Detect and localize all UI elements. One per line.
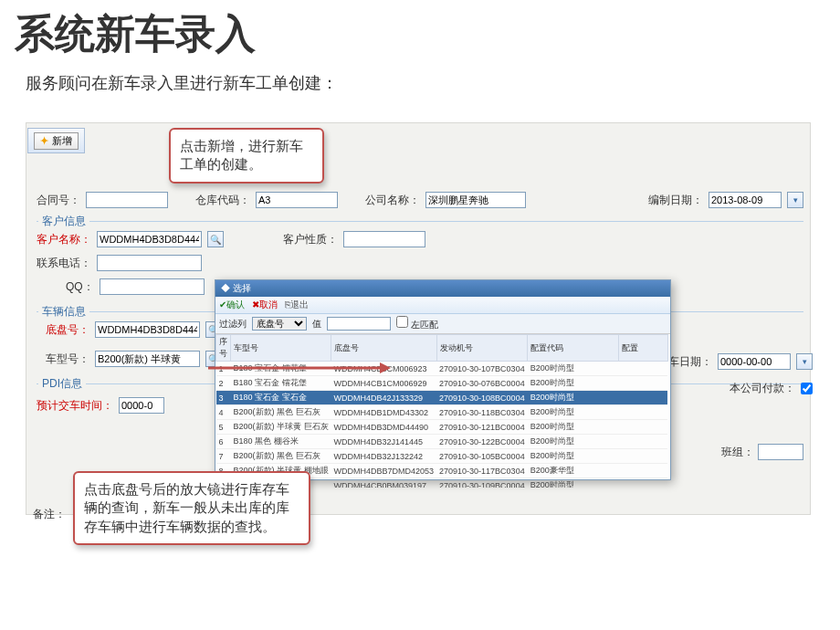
grid-row[interactable]: 2B180 宝石金 镭花堡WDDMH4CB1CM006929270910-30-…: [216, 376, 671, 391]
filter-column-select[interactable]: 底盘号: [252, 317, 307, 331]
remark-field: 备注：: [33, 507, 66, 522]
grid-row[interactable]: 5B200(新款) 半球黄 巨石灰WDDMH4DB3DMD44490270910…: [216, 420, 671, 435]
dialog-filter-bar: 过滤列 底盘号 值 左匹配: [215, 314, 670, 334]
grid-header-cell[interactable]: 配置: [618, 335, 667, 362]
grid-row[interactable]: 4B200(新款) 黑色 巨石灰WDDMH4DB1DMD43302270910-…: [216, 405, 671, 420]
model-label: 车型号：: [46, 352, 89, 367]
right-fields: 购车日期： ▾ 本公司付款：: [657, 353, 813, 407]
cust-nature-input[interactable]: [343, 231, 425, 247]
section-customer-title: 客户信息: [38, 214, 89, 229]
contract-label: 合同号：: [37, 193, 80, 208]
cust-nature-label: 客户性质：: [283, 232, 338, 247]
filter-value-label: 值: [312, 318, 321, 331]
warehouse-label: 仓库代码：: [195, 193, 250, 208]
select-dialog: ◆ 选择 ✔确认 ✖取消 ⎘退出 过滤列 底盘号 值 左匹配 序号车型号底盘号发…: [215, 279, 671, 480]
grid-header-cell[interactable]: 序号: [216, 335, 231, 362]
grid-row[interactable]: 3B180 宝石金 宝石金WDDMH4DB42J133329270910-30-…: [216, 391, 671, 405]
grid-header-cell[interactable]: 配置代码: [528, 335, 619, 362]
callout-bottom: 点击底盘号后的放大镜进行库存车辆的查询，新车一般从未出库的库存车辆中进行车辆数据…: [73, 471, 310, 545]
cust-name-label: 客户名称：: [37, 232, 91, 247]
banzu-input[interactable]: [758, 444, 803, 460]
dialog-exit-button[interactable]: ⎘退出: [285, 299, 309, 311]
remark-label: 备注：: [33, 507, 66, 522]
section-vehicle-title: 车辆信息: [38, 304, 89, 320]
section-pdi-title: PDI信息: [38, 376, 86, 392]
create-date-picker[interactable]: ▾: [787, 192, 803, 208]
cust-phone-label: 联系电话：: [37, 256, 91, 271]
cust-name-lookup[interactable]: 🔍: [207, 231, 224, 247]
toolbar-fragment: ✦ 新增: [27, 128, 85, 153]
cust-qq-label: QQ：: [66, 279, 94, 295]
grid-header-cell[interactable]: 车型号: [231, 335, 331, 362]
expect-input[interactable]: [119, 397, 164, 414]
contract-input[interactable]: [86, 192, 168, 208]
buy-date-input[interactable]: [718, 353, 791, 370]
dialog-grid[interactable]: 序号车型号底盘号发动机号配置代码配置 1B180 宝石金 镭花堡WDDMH4CB…: [215, 334, 670, 488]
left-match-checkbox[interactable]: [396, 316, 408, 328]
dialog-toolbar: ✔确认 ✖取消 ⎘退出: [215, 297, 670, 314]
warehouse-input[interactable]: [256, 192, 338, 208]
company-input[interactable]: [425, 192, 526, 208]
vin-label: 底盘号：: [46, 322, 89, 338]
company-label: 公司名称：: [365, 193, 420, 208]
grid-header-cell[interactable]: 发动机号: [436, 335, 528, 362]
cust-phone-input[interactable]: [97, 255, 202, 271]
slide-title: 系统新车录入: [0, 0, 840, 72]
buy-date-picker[interactable]: ▾: [796, 353, 813, 370]
dialog-title: ◆ 选择: [215, 280, 670, 297]
dialog-cancel-button[interactable]: ✖取消: [252, 299, 278, 311]
banzu-field: 班组：: [721, 444, 803, 460]
slide-intro: 服务顾问在新车录入里进行新车工单创建：: [0, 72, 840, 94]
cust-qq-input[interactable]: [100, 278, 205, 295]
red-arrow: [208, 362, 391, 374]
plus-icon: ✦: [40, 135, 48, 147]
filter-value-input[interactable]: [327, 317, 391, 331]
new-button[interactable]: ✦ 新增: [34, 132, 79, 150]
callout-top: 点击新增，进行新车工单的创建。: [169, 128, 324, 184]
grid-row[interactable]: 7B200(新款) 黑色 巨石灰WDDMH4DB32J132242270910-…: [216, 449, 671, 464]
grid-header-cell[interactable]: 底盘号: [331, 335, 437, 362]
filter-label: 过滤列: [219, 318, 247, 331]
banzu-label: 班组：: [721, 445, 754, 460]
company-pay-checkbox[interactable]: [801, 383, 813, 394]
svg-marker-2: [380, 362, 391, 373]
dialog-title-text: 选择: [233, 283, 251, 293]
vin-input[interactable]: [95, 321, 200, 338]
left-match-label[interactable]: 左匹配: [396, 316, 438, 331]
create-date-label: 编制日期：: [648, 193, 703, 208]
cust-name-input[interactable]: [97, 231, 202, 247]
model-input[interactable]: [95, 351, 200, 367]
new-button-label: 新增: [52, 134, 72, 148]
expect-label: 预计交车时间：: [37, 398, 113, 414]
grid-row[interactable]: 6B180 黑色 棚谷米WDDMH4DB32J141445270910-30-1…: [216, 435, 671, 449]
dialog-ok-button[interactable]: ✔确认: [219, 299, 245, 311]
company-pay-label: 本公司付款：: [730, 381, 795, 396]
create-date-input[interactable]: [709, 192, 782, 208]
